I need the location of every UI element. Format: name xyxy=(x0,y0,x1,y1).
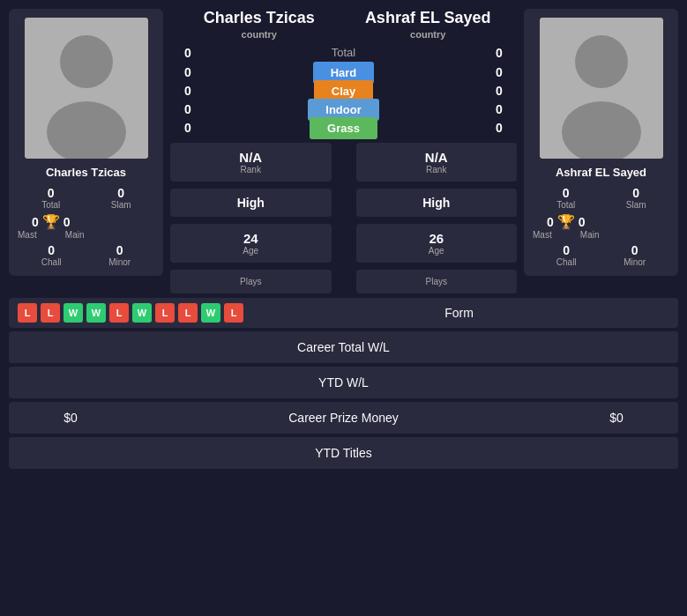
left-age-label: Age xyxy=(177,246,325,256)
form-badge-7: L xyxy=(178,303,198,323)
right-rank-box: N/A Rank xyxy=(356,143,518,182)
left-mast-stat: 0 🏆 0 Mast Main xyxy=(18,213,85,240)
surface-row-hard: 0 Hard 0 xyxy=(170,64,517,80)
total-left-score: 0 xyxy=(170,46,205,60)
left-stats-grid: 0 Total 0 Slam 0 🏆 0 Mast Main xyxy=(18,186,154,267)
right-player-card: Ashraf EL Sayed 0 Total 0 Slam 0 🏆 0 xyxy=(524,9,678,276)
left-minor-value: 0 xyxy=(108,243,131,257)
surface-row-total: 0 Total 0 xyxy=(170,43,517,62)
right-chall-value: 0 xyxy=(556,243,577,257)
right-high-box: High xyxy=(356,189,518,217)
right-age-value: 26 xyxy=(363,231,511,246)
form-badge-0: L xyxy=(18,303,37,323)
right-plays-label: Plays xyxy=(363,277,511,286)
right-player-name: Ashraf EL Sayed xyxy=(556,166,646,179)
left-plays-box: Plays xyxy=(170,270,332,293)
grass-right-score: 0 xyxy=(482,121,517,135)
main-container: Charles Tzicas 0 Total 0 Slam 0 🏆 0 xyxy=(0,0,687,481)
right-chall-stat: 0 Chall 0 Minor xyxy=(533,243,669,267)
left-player-avatar xyxy=(25,18,148,159)
form-badge-5: W xyxy=(132,303,152,323)
form-badge-9: L xyxy=(224,303,243,323)
right-mast-value: 0 xyxy=(547,215,554,229)
grass-badge: Grass xyxy=(310,117,377,139)
left-age-value: 24 xyxy=(177,231,325,246)
career-total-row: Career Total W/L xyxy=(9,331,678,363)
left-rank-value: N/A xyxy=(177,150,325,165)
svg-point-4 xyxy=(575,35,628,88)
right-main-value: 0 xyxy=(579,215,586,229)
form-badge-6: L xyxy=(155,303,175,323)
ytd-wl-row: YTD W/L xyxy=(9,367,678,398)
left-chall-stat: 0 Chall 0 Minor xyxy=(18,243,154,267)
career-prize-left: $0 xyxy=(26,411,115,425)
grass-left-score: 0 xyxy=(170,121,205,135)
plays-row: Plays Plays xyxy=(170,270,517,293)
right-player-avatar xyxy=(540,18,663,159)
ytd-titles-label: YTD Titles xyxy=(315,446,372,460)
career-prize-right: $0 xyxy=(572,411,661,425)
career-prize-label: Career Prize Money xyxy=(115,411,572,425)
ytd-wl-label: YTD W/L xyxy=(318,375,369,390)
left-total-value: 0 xyxy=(18,186,85,200)
form-badge-3: W xyxy=(86,303,106,323)
left-high-value: High xyxy=(177,196,325,210)
comparison-top: Charles Tzicas 0 Total 0 Slam 0 🏆 0 xyxy=(9,9,678,293)
right-stats-grid: 0 Total 0 Slam 0 🏆 0 Mast Main xyxy=(533,186,669,267)
left-player-name: Charles Tzicas xyxy=(46,166,126,179)
left-rank-box: N/A Rank xyxy=(170,143,332,182)
right-high-value: High xyxy=(363,196,511,210)
indoor-right-score: 0 xyxy=(482,102,517,116)
surface-row-indoor: 0 Indoor 0 xyxy=(170,101,517,117)
names-row: Charles Tzicas country Ashraf EL Sayed c… xyxy=(170,9,517,40)
form-badge-1: L xyxy=(41,303,60,323)
career-prize-row: $0 Career Prize Money $0 xyxy=(9,402,678,434)
right-header-name: Ashraf EL Sayed country xyxy=(344,9,513,40)
right-slam-value: 0 xyxy=(603,186,670,200)
right-plays-box: Plays xyxy=(356,270,518,293)
rank-age-row: N/A Rank N/A Rank xyxy=(170,143,517,182)
left-mast-value: 0 xyxy=(32,215,39,229)
form-badge-2: W xyxy=(63,303,83,323)
right-slam-stat: 0 Slam xyxy=(603,186,670,210)
right-total-value: 0 xyxy=(533,186,600,200)
left-main-value: 0 xyxy=(63,215,71,229)
form-badge-8: W xyxy=(201,303,220,323)
clay-left-score: 0 xyxy=(170,84,205,98)
center-column: Charles Tzicas country Ashraf EL Sayed c… xyxy=(170,9,517,293)
age-row: 24 Age 26 Age xyxy=(170,224,517,263)
svg-point-1 xyxy=(60,35,113,88)
left-age-box: 24 Age xyxy=(170,224,332,263)
right-mast-stat: 0 🏆 0 Mast Main xyxy=(533,213,600,240)
hard-right-score: 0 xyxy=(482,65,517,79)
left-silhouette xyxy=(25,18,148,159)
surface-row-grass: 0 Grass 0 xyxy=(170,120,517,136)
right-minor-value: 0 xyxy=(624,243,646,257)
bottom-stats: L L W W L W L L W L Form Career Total W/… xyxy=(9,298,678,469)
left-slam-stat: 0 Slam xyxy=(88,186,155,210)
right-age-box: 26 Age xyxy=(356,224,518,263)
left-high-box: High xyxy=(170,189,332,217)
indoor-left-score: 0 xyxy=(170,102,205,116)
total-right-score: 0 xyxy=(482,46,517,60)
left-header-name: Charles Tzicas country xyxy=(175,9,344,40)
form-badges: L L W W L W L L W L xyxy=(18,303,243,323)
left-total-stat: 0 Total xyxy=(18,186,85,210)
clay-right-score: 0 xyxy=(482,84,517,98)
left-player-card: Charles Tzicas 0 Total 0 Slam 0 🏆 0 xyxy=(9,9,163,276)
high-row: High High xyxy=(170,189,517,217)
right-rank-value: N/A xyxy=(363,150,511,165)
left-plays-label: Plays xyxy=(177,277,325,286)
left-chall-value: 0 xyxy=(41,243,62,257)
right-trophy-icon: 🏆 xyxy=(557,213,575,230)
surface-row-clay: 0 Clay 0 xyxy=(170,83,517,99)
form-badge-4: L xyxy=(109,303,129,323)
left-rank-label: Rank xyxy=(177,165,325,174)
left-slam-value: 0 xyxy=(88,186,155,200)
left-trophy-icon: 🏆 xyxy=(42,213,60,230)
career-total-label: Career Total W/L xyxy=(297,340,390,354)
right-age-label: Age xyxy=(363,246,511,256)
right-silhouette xyxy=(540,18,663,159)
form-row: L L W W L W L L W L Form xyxy=(9,298,678,328)
hard-left-score: 0 xyxy=(170,65,205,79)
